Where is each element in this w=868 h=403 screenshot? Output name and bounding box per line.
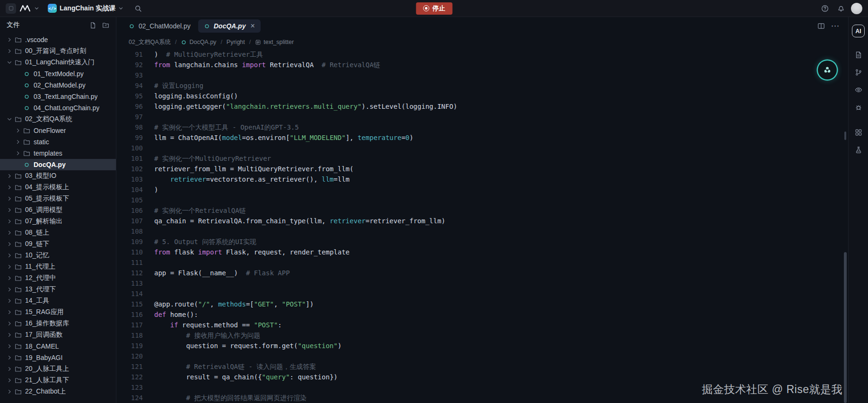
- tree-item-folder[interactable]: OneFlower: [0, 125, 116, 136]
- new-file-icon[interactable]: [89, 22, 96, 29]
- assistant-logo-icon: [822, 65, 833, 75]
- tree-item-folder[interactable]: 08_链上: [0, 227, 116, 238]
- tree-item-folder[interactable]: 09_链下: [0, 238, 116, 250]
- new-folder-icon[interactable]: [102, 22, 109, 29]
- python-file-icon: [22, 162, 31, 168]
- tree-item-folder[interactable]: 11_代理上: [0, 261, 116, 272]
- project-switcher[interactable]: </> LangChain 实战课: [48, 4, 123, 13]
- folder-icon: [13, 207, 23, 214]
- breadcrumb-label: text_splitter: [263, 39, 294, 45]
- tree-item-file[interactable]: 04_ChatLongChain.py: [0, 102, 116, 114]
- app-controls: [6, 2, 39, 15]
- file-button[interactable]: [849, 46, 868, 63]
- tree-item-folder[interactable]: 22_Chatbot上: [0, 386, 116, 397]
- folder-icon: [13, 309, 23, 316]
- grid-button[interactable]: [849, 123, 868, 141]
- line-number: 119: [116, 341, 143, 351]
- chevron-right-icon: [6, 343, 13, 349]
- tree-item-folder[interactable]: .vscode: [0, 34, 116, 45]
- tree-item-file[interactable]: 02_ChatModel.py: [0, 79, 116, 91]
- tree-item-folder[interactable]: 13_代理下: [0, 284, 116, 295]
- folder-icon: [13, 388, 23, 395]
- tree-item-folder[interactable]: 21_人脉工具下: [0, 375, 116, 386]
- app-logo-icon[interactable]: [6, 3, 16, 14]
- tree-item-folder[interactable]: 19_BabyAGI: [0, 352, 116, 363]
- tree-item-folder[interactable]: static: [0, 136, 116, 148]
- tree-item-folder[interactable]: 02_文档QA系统: [0, 114, 116, 125]
- tree-item-folder[interactable]: 17_回调函数: [0, 329, 116, 341]
- brand-logo-icon: [19, 4, 31, 12]
- folder-icon: [13, 263, 23, 271]
- breadcrumb-label: Pyright: [227, 39, 245, 45]
- tree-item-folder[interactable]: 06_调用模型: [0, 204, 116, 216]
- ai-badge[interactable]: AI: [852, 25, 865, 37]
- folder-icon: [13, 48, 23, 55]
- python-file-icon: [181, 39, 187, 45]
- stop-button[interactable]: 停止: [416, 2, 452, 15]
- editor-tab[interactable]: 02_ChatModel.py: [123, 19, 196, 33]
- git-branch-button[interactable]: [849, 63, 868, 81]
- chevron-right-icon: [6, 275, 13, 281]
- tree-item-folder[interactable]: 18_CAMEL: [0, 341, 116, 352]
- tree-item-label: 03_TextLangChain.py: [34, 93, 97, 100]
- breadcrumb-item[interactable]: Pyright: [227, 39, 245, 45]
- tree-item-folder[interactable]: 14_工具: [0, 295, 116, 307]
- notifications-button[interactable]: [835, 2, 847, 15]
- question-icon: [821, 5, 829, 12]
- more-actions-button[interactable]: ⋯: [829, 20, 842, 32]
- tree-item-folder[interactable]: 01_LangChain快速入门: [0, 57, 116, 68]
- folder-icon: [13, 218, 23, 225]
- tree-item-folder[interactable]: templates: [0, 148, 116, 159]
- folder-icon: [22, 150, 31, 157]
- breadcrumb-item[interactable]: DocQA.py: [181, 39, 216, 45]
- workspace-menu-button[interactable]: [19, 2, 31, 15]
- folder-icon: [22, 127, 31, 134]
- search-button[interactable]: [132, 2, 144, 15]
- tree-item-folder[interactable]: 05_提示模板下: [0, 193, 116, 204]
- chevron-right-icon: [6, 173, 13, 179]
- user-avatar[interactable]: [851, 3, 862, 14]
- eye-button[interactable]: [849, 81, 868, 98]
- code-line: 91) # MultiQueryRetriever工具: [116, 49, 848, 60]
- tab-actions: ⋯: [815, 20, 842, 32]
- line-number: 108: [116, 226, 143, 237]
- flask-button[interactable]: [849, 141, 868, 158]
- tree-item-folder[interactable]: 16_操作数据库: [0, 318, 116, 329]
- code-editor[interactable]: 91) # MultiQueryRetriever工具92from langch…: [116, 49, 848, 403]
- tree-item-folder[interactable]: 00_开篇词_奇点时刻: [0, 45, 116, 57]
- tree-item-folder[interactable]: 15_RAG应用: [0, 307, 116, 318]
- tree-item-folder[interactable]: 10_记忆: [0, 250, 116, 261]
- file-tree: .vscode00_开篇词_奇点时刻01_LangChain快速入门01_Tex…: [0, 33, 116, 403]
- code-line: 100: [116, 143, 848, 153]
- code-line: 118 # 接收用户输入作为问题: [116, 330, 848, 341]
- code-line: 107qa_chain = RetrievalQA.from_chain_typ…: [116, 216, 848, 226]
- tree-item-label: templates: [34, 149, 62, 157]
- help-button[interactable]: [819, 2, 831, 15]
- breadcrumb-item[interactable]: text_splitter: [255, 39, 294, 45]
- tree-item-file[interactable]: DocQA.py: [0, 159, 116, 170]
- scrollbar-mark: [844, 131, 846, 140]
- breadcrumb-item[interactable]: 02_文档QA系统: [129, 38, 171, 46]
- split-icon: [817, 22, 825, 30]
- tree-item-label: 01_TextModel.py: [34, 70, 84, 78]
- tree-item-label: 20_人脉工具上: [25, 365, 69, 373]
- assistant-avatar[interactable]: [818, 61, 837, 79]
- tree-item-folder[interactable]: 04_提示模板上: [0, 182, 116, 193]
- chevron-right-icon: [6, 253, 13, 258]
- scrollbar-thumb[interactable]: [844, 252, 847, 403]
- tree-item-folder[interactable]: 07_解析输出: [0, 216, 116, 227]
- tree-item-folder[interactable]: 03_模型IO: [0, 170, 116, 182]
- tree-item-folder[interactable]: 20_人脉工具上: [0, 363, 116, 375]
- bug-button[interactable]: [849, 98, 868, 116]
- tree-item-file[interactable]: 03_TextLangChain.py: [0, 91, 116, 102]
- code-line: 115@app.route("/", methods=["GET", "POST…: [116, 299, 848, 309]
- tree-item-file[interactable]: 01_TextModel.py: [0, 68, 116, 79]
- editor-tab[interactable]: DocQA.py×: [198, 19, 261, 33]
- tree-item-label: 05_提示模板下: [25, 194, 69, 203]
- tree-item-folder[interactable]: 12_代理中: [0, 272, 116, 284]
- code-line: 111: [116, 257, 848, 268]
- split-editor-button[interactable]: [815, 20, 827, 32]
- close-icon[interactable]: ×: [250, 22, 254, 30]
- code-line: 114: [116, 289, 848, 299]
- chevron-right-icon: [6, 184, 13, 190]
